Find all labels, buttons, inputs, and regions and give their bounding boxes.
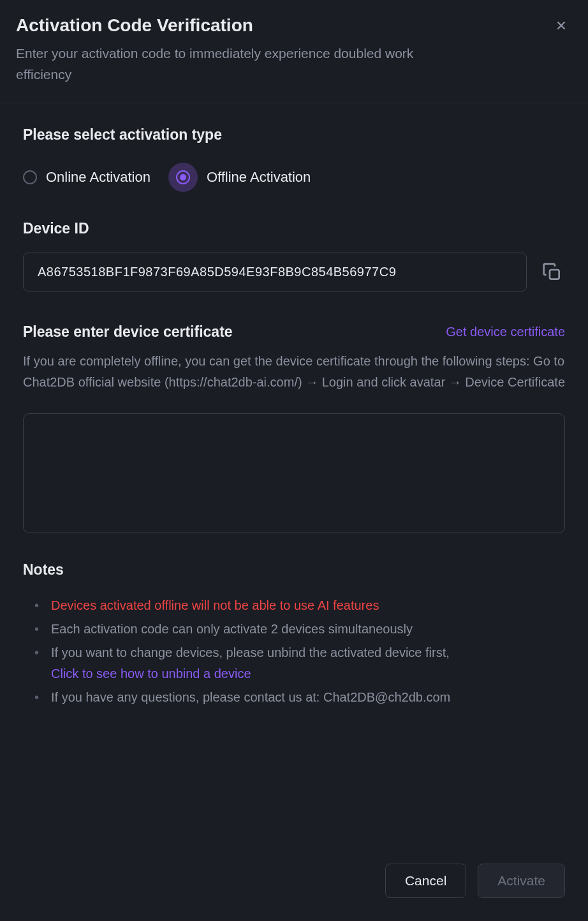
notes-label: Notes <box>23 561 565 578</box>
activation-type-radio-group: Online Activation Offline Activation <box>23 163 565 192</box>
radio-option-online[interactable]: Online Activation <box>23 169 151 186</box>
modal-title: Activation Code Verification <box>16 15 572 36</box>
note-item: If you have any questions, please contac… <box>34 687 565 708</box>
note-text: If you want to change devices, please un… <box>51 645 450 659</box>
notes-list: Devices activated offline will not be ab… <box>23 595 565 711</box>
note-text: If you have any questions, please contac… <box>51 690 450 704</box>
note-text: Each activation code can only activate 2… <box>51 622 413 636</box>
radio-label-offline: Offline Activation <box>207 169 311 186</box>
cancel-button[interactable]: Cancel <box>385 864 466 898</box>
unbind-device-link[interactable]: Click to see how to unbind a device <box>51 667 251 681</box>
activate-button[interactable]: Activate <box>478 864 565 898</box>
radio-option-offline[interactable]: Offline Activation <box>168 163 311 192</box>
modal-footer: Cancel Activate <box>0 864 588 921</box>
certificate-label: Please enter device certificate <box>23 323 233 341</box>
copy-icon <box>542 262 562 283</box>
activation-type-label: Please select activation type <box>23 126 565 144</box>
activation-modal: Activation Code Verification Enter your … <box>0 0 588 921</box>
modal-subtitle: Enter your activation code to immediatel… <box>16 43 462 85</box>
close-button[interactable] <box>552 17 570 34</box>
certificate-header: Please enter device certificate Get devi… <box>23 323 565 341</box>
copy-button[interactable] <box>540 260 565 285</box>
get-certificate-link[interactable]: Get device certificate <box>446 325 565 339</box>
device-id-input[interactable] <box>23 253 527 291</box>
note-item-with-link: If you want to change devices, please un… <box>34 642 565 684</box>
device-id-row <box>23 253 565 291</box>
certificate-help-text: If you are completely offline, you can g… <box>23 351 565 393</box>
radio-label-online: Online Activation <box>46 169 151 186</box>
modal-header: Activation Code Verification Enter your … <box>0 0 588 103</box>
modal-body: Please select activation type Online Act… <box>0 103 588 864</box>
radio-circle-icon <box>23 170 37 184</box>
certificate-textarea[interactable] <box>23 413 565 533</box>
note-item-warning: Devices activated offline will not be ab… <box>34 595 565 616</box>
svg-rect-2 <box>550 270 559 279</box>
radio-selected-icon <box>168 163 198 192</box>
note-item: Each activation code can only activate 2… <box>34 619 565 640</box>
device-id-label: Device ID <box>23 220 565 237</box>
note-warning-text: Devices activated offline will not be ab… <box>51 598 379 612</box>
close-icon <box>554 18 568 33</box>
